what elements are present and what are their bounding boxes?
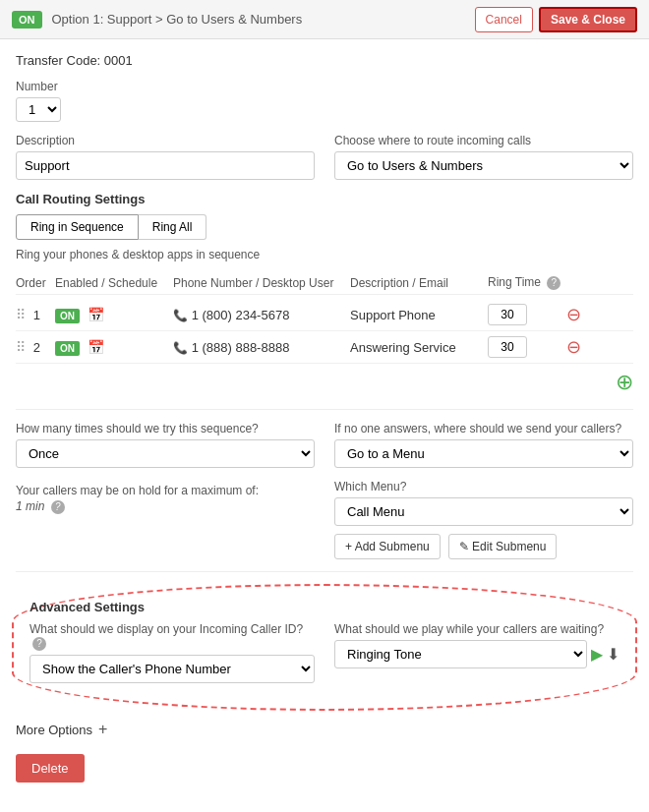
sequence-select[interactable]: Once Twice 3 times 4 times 5 times [16,439,315,468]
row2-toggle[interactable]: ON [55,341,80,356]
row1-toggle[interactable]: ON [55,309,80,323]
row2-order-num: 2 [33,340,40,355]
delete-button[interactable]: Delete [16,754,85,783]
tab-ring-in-sequence[interactable]: Ring in Sequence [16,214,139,240]
row2-phone-icon: 📞 [173,341,188,355]
header-actions: Cancel Save & Close [475,7,637,32]
row1-order-num: 1 [33,308,40,322]
col-header-desc: Description / Email [350,276,488,290]
drag-handle-2[interactable]: ⠿ [16,339,26,355]
row1-ring-time [488,304,566,325]
row2-ring-time [488,336,566,358]
row1-remove-icon: ⊖ [566,305,581,324]
row1-delete: ⊖ [566,306,596,323]
cancel-button[interactable]: Cancel [475,7,533,32]
hold-value: 1 min ? [16,499,315,514]
which-menu-select[interactable]: Call Menu Main Menu Support Menu [334,497,633,526]
transfer-code-value: 0001 [104,53,133,68]
col-header-ring: Ring Time ? [488,275,566,290]
description-input[interactable] [16,151,315,180]
col-header-enabled: Enabled / Schedule [55,276,173,290]
row2-remove-button[interactable]: ⊖ [566,338,581,356]
add-submenu-button[interactable]: + Add Submenu [334,534,441,559]
no-answer-col: If no one answers, where should we send … [334,422,633,468]
add-row: ⊕ [16,370,633,395]
no-answer-select[interactable]: Go to a Menu Voicemail Hang Up [334,439,633,468]
save-close-button[interactable]: Save & Close [539,7,637,32]
row2-ring-input[interactable] [488,336,527,358]
row2-remove-icon: ⊖ [566,337,581,357]
number-label: Number [16,80,633,93]
download-icon[interactable]: ⬇ [607,645,620,664]
add-phone-icon[interactable]: ⊕ [616,370,633,394]
hold-help-icon[interactable]: ? [51,500,65,514]
route-select[interactable]: Go to Users & Numbers Go to a Menu Voice… [334,151,633,180]
no-answer-label: If no one answers, where should we send … [334,422,633,435]
hold-col: Your callers may be on hold for a maximu… [16,480,315,559]
header-title: Option 1: Support > Go to Users & Number… [52,12,303,27]
number-row: Number 1 2 3 [16,80,633,122]
row2-enabled: ON 📅 [55,339,173,356]
advanced-settings-section: Advanced Settings What should we display… [12,584,637,711]
row1-description: Support Phone [350,308,488,322]
more-options-label: More Options [16,723,92,737]
description-label: Description [16,134,315,147]
row1-ring-input[interactable] [488,304,527,325]
row2-description: Answering Service [350,340,488,355]
which-menu-label: Which Menu? [334,480,633,493]
desc-route-row: Description Choose where to route incomi… [16,134,633,180]
advanced-title: Advanced Settings [30,600,620,614]
row2-phone-number: 1 (888) 888-8888 [192,340,290,355]
col-header-phone: Phone Number / Desktop User [173,276,350,290]
call-routing-title: Call Routing Settings [16,192,633,206]
more-options-plus-icon[interactable]: + [98,721,107,738]
drag-handle-1[interactable]: ⠿ [16,307,26,322]
submenu-buttons: + Add Submenu ✎ Edit Submenu [334,534,633,559]
row2-delete: ⊖ [566,338,596,356]
table-row: ⠿ 2 ON 📅 📞 1 (888) 888-8888 Answering Se… [16,331,633,364]
hold-label: Your callers may be on hold for a maximu… [16,484,315,497]
hold-menu-row: Your callers may be on hold for a maximu… [16,480,633,559]
toggle-on-button[interactable]: ON [12,11,42,29]
waiting-col: What should we play while your callers a… [334,622,620,683]
more-options-row: More Options + [16,721,633,738]
row1-phone-icon: 📞 [173,309,188,322]
route-label: Choose where to route incoming calls [334,134,633,147]
divider-2 [16,571,633,572]
sequence-noanswer-row: How many times should we try this sequen… [16,422,633,468]
row1-enabled: ON 📅 [55,307,173,323]
waiting-label: What should we play while your callers a… [334,622,620,636]
row2-order: ⠿ 2 [16,339,55,355]
main-content: Transfer Code: 0001 Number 1 2 3 Descrip… [0,39,649,796]
which-menu-col: Which Menu? Call Menu Main Menu Support … [334,480,633,559]
route-col: Choose where to route incoming calls Go … [334,134,633,180]
description-col: Description [16,134,315,180]
caller-id-col: What should we display on your Incoming … [30,622,315,683]
row1-phone-number: 1 (800) 234-5678 [192,308,290,322]
row1-phone: 📞 1 (800) 234-5678 [173,308,350,322]
caller-id-select[interactable]: Show the Caller's Phone Number Show the … [30,655,315,683]
transfer-code-row: Transfer Code: 0001 [16,53,633,68]
sequence-col: How many times should we try this sequen… [16,422,315,468]
row1-calendar-icon[interactable]: 📅 [88,307,104,322]
caller-id-help-icon[interactable]: ? [32,637,46,651]
number-select[interactable]: 1 2 3 [16,97,61,122]
table-header: Order Enabled / Schedule Phone Number / … [16,271,633,295]
transfer-code-label: Transfer Code: 0001 [16,53,133,68]
edit-submenu-button[interactable]: ✎ Edit Submenu [448,534,558,559]
row1-order: ⠿ 1 [16,307,55,322]
waiting-select[interactable]: Ringing Tone Music on Hold Custom Audio [334,640,587,668]
ring-time-help-icon[interactable]: ? [547,276,560,290]
row2-calendar-icon[interactable]: 📅 [88,339,104,355]
col-header-order: Order [16,276,55,290]
hold-time: 1 min [16,499,44,513]
ring-description: Ring your phones & desktop apps in seque… [16,248,633,261]
divider-1 [16,409,633,410]
play-icon[interactable]: ▶ [591,645,603,664]
table-row: ⠿ 1 ON 📅 📞 1 (800) 234-5678 Support Phon… [16,299,633,331]
row2-phone: 📞 1 (888) 888-8888 [173,340,350,355]
ring-tab-group: Ring in Sequence Ring All [16,214,633,240]
tab-ring-all[interactable]: Ring All [139,214,207,240]
sequence-label: How many times should we try this sequen… [16,422,315,435]
row1-remove-button[interactable]: ⊖ [566,306,581,323]
